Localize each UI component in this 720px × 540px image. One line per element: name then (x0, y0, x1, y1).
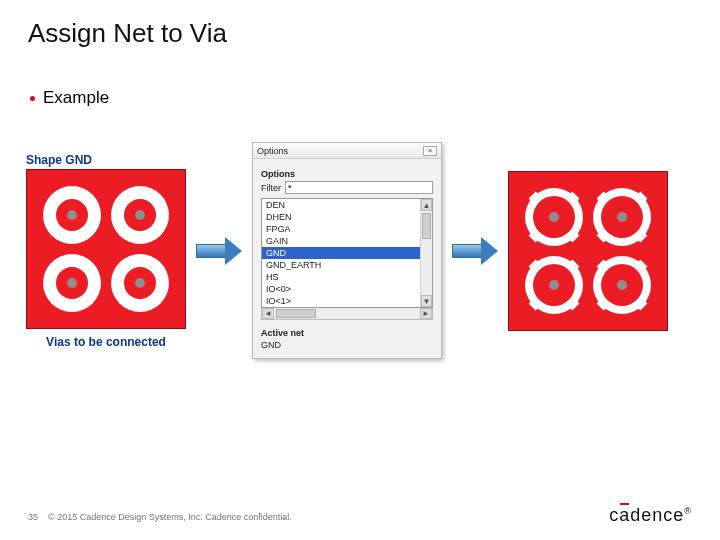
net-listbox[interactable]: DENDHENFPGAGAINGNDGND_EARTHHSIO<0>IO<1>I… (261, 198, 433, 308)
bullet-text: Example (43, 88, 109, 108)
options-titlebar: Options × (253, 143, 441, 159)
net-list-item[interactable]: DEN (262, 199, 420, 211)
net-list-item[interactable]: IO<0> (262, 283, 420, 295)
before-board (26, 169, 186, 329)
after-board (508, 171, 668, 331)
logo-part: c (609, 505, 619, 525)
scroll-left-icon[interactable]: ◄ (262, 308, 274, 319)
net-list-item[interactable]: HS (262, 271, 420, 283)
shape-gnd-label: Shape GND (26, 153, 92, 167)
options-heading: Options (261, 169, 433, 179)
arrow-icon (196, 237, 242, 265)
filter-input[interactable] (285, 181, 433, 194)
via-before (111, 254, 169, 312)
via-after (593, 188, 651, 246)
net-list-item[interactable]: DHEN (262, 211, 420, 223)
after-panel-column (508, 171, 668, 331)
via-before (111, 186, 169, 244)
scroll-down-icon[interactable]: ▼ (421, 295, 432, 307)
logo-part: dence (630, 505, 684, 525)
horizontal-scrollbar[interactable]: ◄ ► (261, 308, 433, 320)
net-list-item[interactable]: FPGA (262, 223, 420, 235)
via-after (525, 256, 583, 314)
arrow-icon (452, 237, 498, 265)
scroll-thumb[interactable] (422, 213, 431, 239)
net-list-item[interactable]: GAIN (262, 235, 420, 247)
scroll-up-icon[interactable]: ▲ (421, 199, 432, 211)
page-number: 35 (28, 512, 38, 522)
bullet-icon (30, 96, 35, 101)
logo-a-accent: a (619, 505, 630, 526)
active-net-value: GND (261, 340, 433, 350)
example-stage: Shape GND Vias to be connected Options ×… (26, 142, 694, 359)
options-window: Options × Options Filter DENDHENFPGAGAIN… (252, 142, 442, 359)
active-net-label: Active net (261, 328, 433, 338)
slide-title: Assign Net to Via (28, 18, 227, 49)
hscroll-thumb[interactable] (276, 309, 316, 318)
vertical-scrollbar[interactable]: ▲ ▼ (420, 199, 432, 307)
cadence-logo: cadence® (609, 505, 692, 526)
example-bullet: Example (30, 88, 109, 108)
registered-icon: ® (684, 506, 692, 516)
via-after (593, 256, 651, 314)
copyright: © 2015 Cadence Design Systems, Inc. Cade… (48, 512, 292, 522)
footer: 35 © 2015 Cadence Design Systems, Inc. C… (28, 512, 292, 522)
scroll-right-icon[interactable]: ► (420, 308, 432, 319)
before-caption: Vias to be connected (46, 335, 166, 349)
options-window-title: Options (257, 146, 288, 156)
via-after (525, 188, 583, 246)
via-before (43, 254, 101, 312)
via-before (43, 186, 101, 244)
close-icon[interactable]: × (423, 146, 437, 156)
net-list-item[interactable]: GND_EARTH (262, 259, 420, 271)
before-panel-column: Shape GND Vias to be connected (26, 153, 186, 349)
filter-label: Filter (261, 183, 281, 193)
net-list-item[interactable]: IO<1> (262, 295, 420, 307)
net-list-item[interactable]: GND (262, 247, 420, 259)
